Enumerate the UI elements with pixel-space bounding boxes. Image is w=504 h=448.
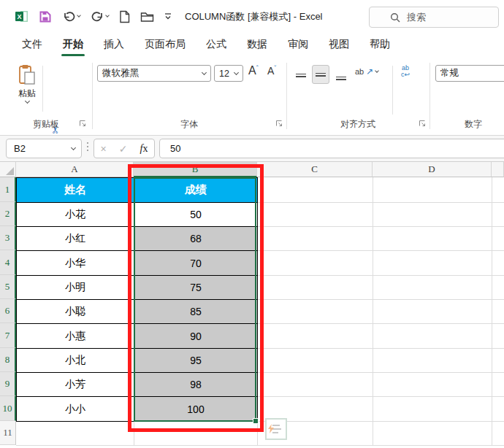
- font-size-dropdown-icon: [234, 69, 239, 74]
- score-cell[interactable]: 70: [134, 250, 258, 276]
- row-header-6[interactable]: 6: [0, 299, 16, 323]
- quick-analysis-icon: [270, 423, 283, 435]
- table-header-cell[interactable]: 成绩: [134, 177, 258, 203]
- column-header-B[interactable]: B: [134, 162, 257, 177]
- ribbon-tab-视图[interactable]: 视图: [318, 33, 359, 58]
- wrap-text-button[interactable]: ab c↩: [401, 65, 410, 78]
- name-cell[interactable]: 小明: [16, 275, 134, 300]
- wrap-arrow-icon: c↩: [401, 72, 410, 78]
- row-header-1[interactable]: 1: [0, 177, 16, 202]
- worksheet-grid: ABCD1234567891011姓名成绩小花50小红68小华70小明75小聪8…: [0, 162, 504, 448]
- divider: [429, 63, 430, 129]
- row-header-11[interactable]: 11: [0, 421, 16, 445]
- row-header-3[interactable]: 3: [0, 226, 16, 250]
- row-header-2[interactable]: 2: [0, 202, 16, 226]
- name-box-value: B2: [14, 143, 26, 154]
- undo-dropdown-icon[interactable]: [77, 13, 81, 18]
- cancel-icon[interactable]: ×: [101, 143, 107, 155]
- quick-access-toolbar: X: [0, 9, 172, 23]
- ribbon-tab-页面布局[interactable]: 页面布局: [134, 33, 196, 58]
- column-header-partial[interactable]: [492, 162, 504, 177]
- ribbon-tab-插入[interactable]: 插入: [93, 33, 134, 58]
- paste-dropdown-icon[interactable]: [24, 99, 29, 104]
- titlebar: X: [0, 0, 504, 33]
- score-cell[interactable]: 100: [134, 396, 258, 422]
- select-all-triangle-icon: [6, 167, 14, 175]
- row-header-10[interactable]: 10: [0, 396, 16, 421]
- ribbon-tab-帮助[interactable]: 帮助: [359, 33, 400, 58]
- redo-dropdown-icon[interactable]: [105, 13, 110, 18]
- name-cell[interactable]: 小北: [16, 348, 134, 373]
- enter-icon[interactable]: ✓: [119, 143, 128, 155]
- search-icon: [390, 12, 400, 23]
- active-cell-B2[interactable]: 50: [134, 202, 258, 227]
- row-header-7[interactable]: 7: [0, 323, 16, 348]
- clipboard-dialog-launcher-icon[interactable]: [79, 117, 86, 130]
- select-all-corner[interactable]: [0, 162, 16, 177]
- align-middle-button[interactable]: [312, 65, 329, 84]
- score-cell[interactable]: 75: [134, 275, 258, 300]
- table-header-cell[interactable]: 姓名: [16, 177, 134, 203]
- alignment-dialog-launcher-icon[interactable]: [419, 117, 426, 130]
- ribbon-tab-审阅[interactable]: 审阅: [278, 33, 318, 58]
- increase-font-size-button[interactable]: Aˆ: [248, 64, 259, 77]
- row-header-8[interactable]: 8: [0, 348, 16, 372]
- name-cell[interactable]: 小红: [16, 226, 134, 251]
- formula-bar-drag-handle[interactable]: [87, 142, 88, 151]
- row-header-9[interactable]: 9: [0, 372, 16, 396]
- row-header-4[interactable]: 4: [0, 250, 16, 275]
- ribbon-tab-开始[interactable]: 开始: [53, 33, 93, 58]
- align-bottom-button[interactable]: [333, 71, 349, 85]
- name-box[interactable]: B2: [6, 139, 82, 158]
- divider: [92, 63, 93, 129]
- insert-function-icon[interactable]: fx: [140, 143, 148, 155]
- name-cell[interactable]: 小小: [16, 396, 134, 422]
- font-name-value: 微软雅黑: [102, 67, 139, 80]
- font-size-select[interactable]: 12: [214, 65, 243, 82]
- name-cell[interactable]: 小芳: [16, 372, 134, 397]
- font-name-select[interactable]: 微软雅黑: [97, 65, 211, 82]
- formula-value: 50: [170, 143, 180, 154]
- excel-window: X: [0, 0, 504, 448]
- align-top-button[interactable]: [293, 68, 309, 82]
- decrease-font-size-button[interactable]: Aˇ: [267, 64, 276, 77]
- clipboard-icon: [18, 64, 37, 86]
- name-cell[interactable]: 小花: [16, 202, 134, 227]
- orientation-button[interactable]: ab ↗: [355, 66, 378, 77]
- column-header-C[interactable]: C: [257, 162, 373, 177]
- quick-analysis-button[interactable]: [265, 418, 287, 440]
- score-cell[interactable]: 98: [134, 372, 258, 397]
- formula-input[interactable]: 50: [159, 139, 504, 158]
- number-format-value: 常规: [440, 67, 459, 80]
- paste-button[interactable]: 粘贴: [18, 64, 37, 103]
- score-cell[interactable]: 85: [134, 299, 258, 324]
- fill-handle[interactable]: [253, 418, 259, 424]
- divider: [392, 66, 393, 115]
- name-cell[interactable]: 小惠: [16, 323, 134, 349]
- name-cell[interactable]: 小聪: [16, 299, 134, 324]
- formula-bar: B2 × ✓ fx 50: [0, 136, 504, 162]
- score-cell[interactable]: 95: [134, 348, 258, 373]
- new-file-icon[interactable]: [119, 10, 130, 23]
- number-group-label: 数字: [450, 118, 497, 131]
- name-cell[interactable]: 小华: [16, 250, 134, 276]
- open-folder-icon[interactable]: [140, 11, 154, 23]
- customize-toolbar-icon[interactable]: [164, 13, 172, 20]
- redo-button[interactable]: [91, 11, 109, 23]
- number-format-select[interactable]: 常规: [435, 65, 504, 82]
- score-cell[interactable]: 68: [134, 226, 258, 251]
- column-header-D[interactable]: D: [373, 162, 492, 177]
- score-cell[interactable]: 90: [134, 323, 258, 349]
- row-header-5[interactable]: 5: [0, 275, 16, 299]
- ribbon-tab-公式[interactable]: 公式: [196, 33, 237, 58]
- font-dialog-launcher-icon[interactable]: [275, 117, 283, 130]
- orientation-dropdown-icon[interactable]: [375, 69, 379, 73]
- undo-button[interactable]: [62, 11, 80, 23]
- column-header-A[interactable]: A: [16, 162, 134, 177]
- ribbon-tabs: 文件开始插入页面布局公式数据审阅视图帮助: [0, 33, 504, 57]
- search-box[interactable]: 搜索: [369, 7, 499, 28]
- ribbon-tab-数据[interactable]: 数据: [237, 33, 278, 58]
- search-placeholder: 搜索: [407, 11, 426, 24]
- ribbon-tab-文件[interactable]: 文件: [12, 33, 53, 58]
- save-icon[interactable]: [39, 10, 52, 23]
